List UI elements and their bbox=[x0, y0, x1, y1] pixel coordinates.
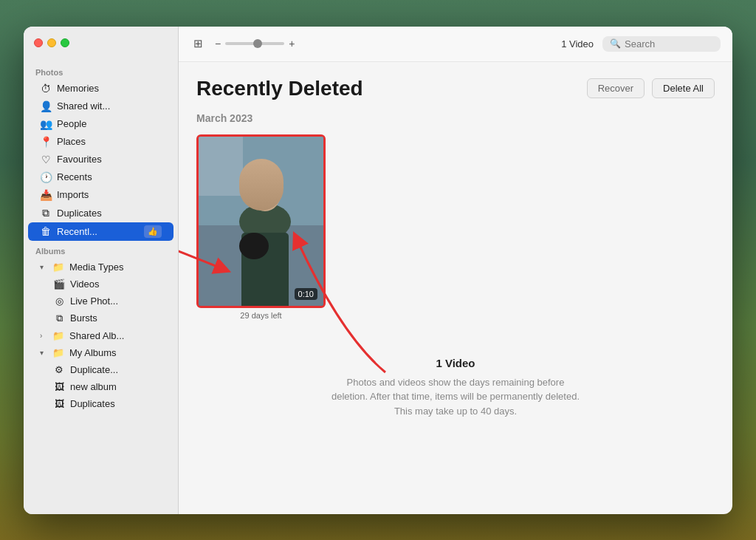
sidebar-item-label: Shared wit... bbox=[57, 100, 162, 112]
sidebar-item-label: Shared Alb... bbox=[69, 330, 162, 341]
imports-icon: 📥 bbox=[40, 189, 52, 201]
media-grid: 0:10 29 days left bbox=[196, 134, 715, 320]
media-item[interactable]: 0:10 29 days left bbox=[196, 134, 326, 320]
svg-rect-6 bbox=[199, 137, 243, 196]
sidebar-item-media-types[interactable]: ▾ 📁 Media Types bbox=[28, 259, 173, 276]
sidebar-item-label: Places bbox=[57, 136, 162, 147]
section-date: March 2023 bbox=[196, 112, 715, 124]
recently-deleted-badge: 👍 bbox=[144, 225, 162, 238]
info-section: 1 Video Photos and videos show the days … bbox=[196, 342, 715, 434]
sidebar-item-recents[interactable]: 🕐 Recents bbox=[28, 168, 173, 186]
delete-all-button[interactable]: Delete All bbox=[652, 78, 715, 98]
search-input[interactable] bbox=[625, 38, 713, 49]
sidebar-item-label: Duplicates bbox=[70, 398, 162, 409]
sidebar-header bbox=[24, 27, 178, 59]
search-icon: 🔍 bbox=[610, 38, 621, 49]
people-icon: 👥 bbox=[40, 118, 52, 130]
sidebar-item-label: Bursts bbox=[70, 312, 162, 324]
duplicates-icon: ⧉ bbox=[40, 207, 52, 219]
sidebar-item-imports[interactable]: 📥 Imports bbox=[28, 186, 173, 204]
sidebar-item-label: Live Phot... bbox=[70, 295, 162, 307]
live-photos-icon: ◎ bbox=[53, 295, 65, 307]
sidebar-item-places[interactable]: 📍 Places bbox=[28, 133, 173, 151]
sidebar-item-recently-deleted[interactable]: 🗑 Recentl... 👍 bbox=[28, 222, 173, 241]
zoom-minus-button[interactable]: − bbox=[215, 38, 221, 49]
sidebar-item-label: new album bbox=[70, 381, 162, 392]
sidebar-item-duplicates2[interactable]: 🖼 Duplicates bbox=[28, 395, 173, 412]
page-title: Recently Deleted bbox=[196, 77, 363, 100]
sidebar-item-label: Favourites bbox=[57, 154, 162, 165]
favourites-icon: ♡ bbox=[40, 154, 52, 165]
image-icon-2: 🖼 bbox=[53, 398, 65, 409]
sidebar-item-label: Recentl... bbox=[57, 226, 136, 237]
media-caption: 29 days left bbox=[240, 311, 281, 320]
sidebar-item-people[interactable]: 👥 People bbox=[28, 115, 173, 133]
shared-folder-icon: 📁 bbox=[52, 330, 64, 341]
sidebar-item-new-album[interactable]: 🖼 new album bbox=[28, 378, 173, 395]
zoom-control: − + bbox=[215, 38, 295, 49]
chevron-down-icon-2: ▾ bbox=[40, 349, 47, 357]
sidebar-item-label: Imports bbox=[57, 189, 162, 200]
svg-point-3 bbox=[249, 173, 281, 211]
image-icon: 🖼 bbox=[53, 381, 65, 392]
sidebar-scroll: Photos ⏱ Memories 👤 Shared wit... 👥 Peop… bbox=[24, 59, 178, 514]
search-bar[interactable]: 🔍 bbox=[602, 36, 721, 52]
recover-button[interactable]: Recover bbox=[587, 78, 645, 98]
sidebar-item-label: Recents bbox=[57, 171, 162, 182]
sidebar-item-label: Media Types bbox=[69, 262, 162, 273]
folder-icon: 📁 bbox=[52, 262, 64, 273]
video-duration: 0:10 bbox=[295, 288, 317, 300]
video-count-label: 1 Video bbox=[561, 38, 594, 49]
sidebar-item-label: Duplicate... bbox=[70, 364, 162, 375]
zoom-slider[interactable] bbox=[225, 42, 284, 45]
recents-icon: 🕐 bbox=[40, 171, 52, 183]
thumbnail-image bbox=[199, 137, 323, 306]
trash-icon: 🗑 bbox=[40, 225, 52, 237]
sidebar-item-label: My Albums bbox=[69, 347, 162, 358]
page-header: Recently Deleted Recover Delete All bbox=[196, 77, 715, 100]
video-icon: 🎬 bbox=[53, 278, 65, 290]
sidebar-item-label: People bbox=[57, 118, 162, 129]
sidebar-item-bursts[interactable]: ⧉ Bursts bbox=[28, 310, 173, 327]
sidebar-item-label: Videos bbox=[70, 278, 162, 290]
photos-section-label: Photos bbox=[24, 62, 178, 80]
sidebar-item-duplicates-album[interactable]: ⚙ Duplicate... bbox=[28, 361, 173, 378]
close-button[interactable] bbox=[34, 38, 43, 47]
sidebar-item-videos[interactable]: 🎬 Videos bbox=[28, 276, 173, 293]
sidebar-item-shared[interactable]: 👤 Shared wit... bbox=[28, 98, 173, 115]
sidebar-item-label: Duplicates bbox=[57, 208, 162, 219]
info-title: 1 Video bbox=[211, 357, 700, 369]
places-icon: 📍 bbox=[40, 136, 52, 148]
main-panel: ⊞ − + 1 Video 🔍 Recently Deleted Recove bbox=[179, 27, 732, 514]
toolbar: ⊞ − + 1 Video 🔍 bbox=[179, 27, 732, 62]
albums-section-label: Albums bbox=[24, 241, 178, 259]
settings-icon: ⚙ bbox=[53, 364, 65, 375]
sidebar-item-live-photos[interactable]: ◎ Live Phot... bbox=[28, 293, 173, 310]
sidebar-item-duplicates[interactable]: ⧉ Duplicates bbox=[28, 204, 173, 222]
sidebar-item-shared-albums[interactable]: › 📁 Shared Alb... bbox=[28, 327, 173, 344]
zoom-thumb bbox=[253, 39, 262, 48]
chevron-down-icon: ▾ bbox=[40, 263, 47, 271]
sidebar-item-my-albums[interactable]: ▾ 📁 My Albums bbox=[28, 344, 173, 361]
content-area: Recently Deleted Recover Delete All Marc… bbox=[179, 62, 732, 514]
sidebar: Photos ⏱ Memories 👤 Shared wit... 👥 Peop… bbox=[24, 27, 179, 514]
sidebar-item-favourites[interactable]: ♡ Favourites bbox=[28, 151, 173, 168]
maximize-button[interactable] bbox=[61, 38, 69, 47]
zoom-plus-button[interactable]: + bbox=[289, 38, 295, 49]
shared-icon: 👤 bbox=[40, 100, 52, 112]
media-thumbnail[interactable]: 0:10 bbox=[196, 134, 326, 308]
view-toggle-button[interactable]: ⊞ bbox=[190, 34, 206, 53]
bursts-icon: ⧉ bbox=[53, 312, 65, 324]
minimize-button[interactable] bbox=[47, 38, 56, 47]
sidebar-item-memories[interactable]: ⏱ Memories bbox=[28, 80, 173, 98]
svg-point-5 bbox=[239, 233, 269, 259]
chevron-right-icon: › bbox=[40, 332, 47, 340]
header-actions: Recover Delete All bbox=[587, 78, 715, 98]
info-description: Photos and videos show the days remainin… bbox=[330, 375, 581, 419]
video-frame-svg bbox=[199, 137, 326, 308]
my-albums-folder-icon: 📁 bbox=[52, 347, 64, 358]
memories-icon: ⏱ bbox=[40, 83, 52, 95]
sidebar-item-label: Memories bbox=[57, 83, 162, 94]
